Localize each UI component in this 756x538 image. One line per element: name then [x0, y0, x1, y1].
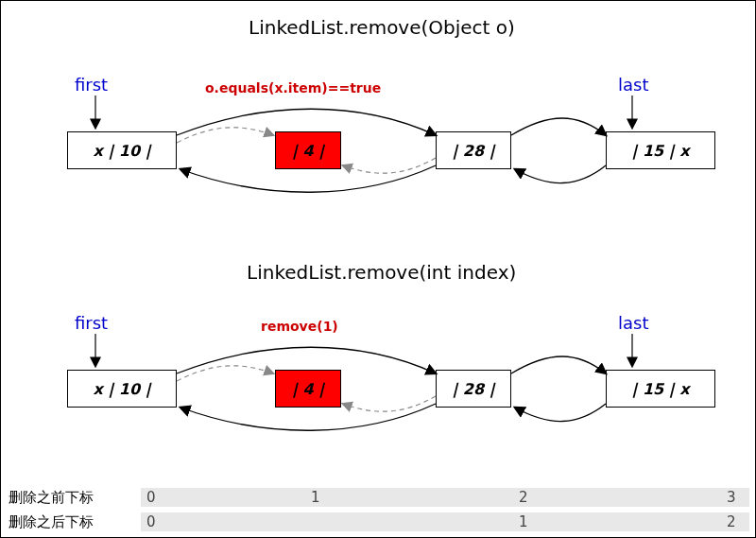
index-row-after: 删除之后下标 0 1 2 — [9, 512, 749, 532]
index-after-label: 删除之后下标 — [9, 513, 141, 531]
arrow-n0-n1-old-top — [177, 128, 273, 143]
idx-after-1: 1 — [519, 512, 528, 531]
idx-after-2: 2 — [727, 512, 736, 531]
node-0-bottom: x | 10 | — [67, 370, 177, 408]
arrow-n2-n1-old-bottom — [343, 396, 436, 411]
node-2-bottom: | 28 | — [436, 370, 511, 408]
node-0-top: x | 10 | — [67, 131, 177, 169]
arrow-n2-n1-old-top — [343, 158, 436, 173]
idx-before-0: 0 — [146, 488, 156, 507]
last-label-bottom: last — [618, 313, 648, 333]
first-label-bottom: first — [75, 313, 108, 333]
index-after-strip: 0 1 2 — [141, 512, 749, 531]
last-label-top: last — [618, 75, 648, 95]
idx-before-3: 3 — [727, 488, 736, 507]
arrow-n0-n1-old-bottom — [177, 366, 273, 381]
index-row-before: 删除之前下标 0 1 2 3 — [9, 487, 749, 508]
node-1-bottom: | 4 | — [275, 370, 341, 408]
arrow-n3-n2-back-top — [515, 165, 606, 183]
first-label-top: first — [75, 75, 108, 95]
arrow-n2-n0-back-top — [180, 165, 436, 192]
title-top: LinkedList.remove(Object o) — [249, 16, 515, 39]
arrow-n3-n2-back-bottom — [515, 404, 606, 422]
arrow-n2-n0-back-bottom — [180, 404, 436, 430]
arrow-n2-n3-fwd-top — [511, 118, 606, 135]
index-before-label: 删除之前下标 — [9, 489, 141, 507]
node-1-top: | 4 | — [275, 131, 341, 169]
arrow-n2-n3-fwd-bottom — [511, 356, 606, 373]
title-bottom: LinkedList.remove(int index) — [247, 261, 516, 284]
index-before-strip: 0 1 2 3 — [141, 488, 749, 507]
idx-after-0: 0 — [146, 512, 156, 531]
condition-bottom: remove(1) — [261, 319, 338, 334]
idx-before-1: 1 — [311, 488, 320, 507]
condition-top: o.equals(x.item)==true — [205, 80, 381, 95]
node-2-top: | 28 | — [436, 131, 511, 169]
diagram-canvas: LinkedList.remove(Object o) first last o… — [0, 0, 756, 538]
node-3-top: | 15 | x — [606, 131, 715, 169]
idx-before-2: 2 — [519, 488, 528, 507]
node-3-bottom: | 15 | x — [606, 370, 715, 408]
